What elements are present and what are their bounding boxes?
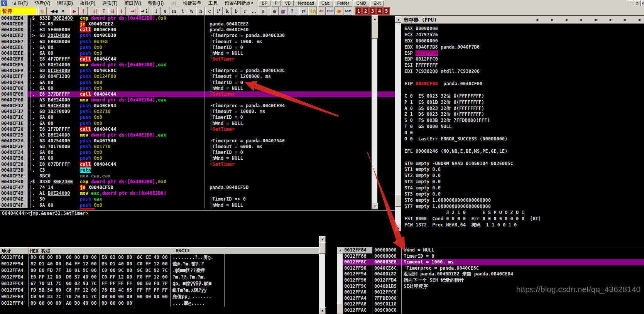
menu-item-9[interactable]: 工具 [205, 0, 221, 7]
disasm-row[interactable]: 0040CF2A│.68 40754000push 0x407540┌Timer… [0, 138, 396, 144]
disassembly-scrollbar[interactable]: ▲ ▼ [372, 15, 377, 209]
plugin-hbp-icon[interactable]: HBP [326, 7, 335, 15]
disasm-row[interactable]: 0040CEEC│.6A 00push 0x0│TimerID = 0 [0, 45, 396, 51]
disasm-row[interactable]: 0040CEE2│>68 30CD4000push 0x40CD30┌Timer… [0, 33, 396, 39]
stack-row[interactable]: 0012FFA8009C0110 [343, 301, 644, 307]
menu-button-vb[interactable]: VB [282, 0, 294, 7]
disasm-row[interactable]: 0040CED4┌$833D B0E2400cmp dword ptr ds:[… [0, 15, 396, 21]
disasm-row[interactable]: 0040CEDD│.E8 5E000000call 0040CF40panda.… [0, 27, 396, 33]
menu-item-4[interactable]: 选项(T) [99, 0, 120, 7]
chevron-left-icon[interactable]: < [580, 17, 583, 23]
scroll-up-icon[interactable]: ▲ [395, 16, 402, 23]
disasm-row[interactable]: 0040CEDB│.74 05je X0040CEE2panda.0040CEE… [0, 21, 396, 27]
pane-run-trace-button[interactable]: ... [250, 7, 258, 15]
menu-item-6[interactable]: 帮助(H) [145, 0, 167, 7]
stack-row[interactable]: 0012FF8400000000hWnd = NULL [343, 247, 644, 253]
pane-breakpoints-button[interactable]: b [232, 7, 240, 15]
stack-scrollbar[interactable]: ▲ [337, 247, 343, 314]
dump-row[interactable]: 0012FFE4C0 9A 83 7C70 70 81 7C00 00 00 0… [0, 294, 325, 300]
scroll-up-icon[interactable]: ▲ [372, 15, 378, 22]
pane-executables-button[interactable]: e [161, 7, 169, 15]
shortcut-5-button[interactable]: 5 [383, 7, 390, 15]
stack-row[interactable]: 0012FF8800000000TimerID = 0 [343, 253, 644, 260]
registers-scrollbar[interactable]: ▲ ▼ [395, 16, 401, 231]
menu-button-p[interactable]: P [272, 0, 281, 7]
disasm-row[interactable]: 0040CF17│.68 10270000push 0x2710│Timeout… [0, 109, 396, 115]
chevron-left-icon[interactable]: < [609, 17, 612, 23]
shortcut-1-button[interactable]: 1 [355, 7, 362, 15]
menu-item-2[interactable]: 调试(D) [54, 0, 76, 7]
dump-pane[interactable]: 地址HEX 数据ASCII 0012FF8400 00 00 0000 00 0… [0, 231, 325, 314]
pane-callstack-button[interactable]: k [223, 7, 232, 15]
plugin-sort-icon[interactable]: ⇅A [308, 7, 317, 15]
scroll-up-icon[interactable]: ▲ [337, 247, 343, 253]
shortcut-2-button[interactable]: 2 [362, 7, 369, 15]
plugin-arrows-icon[interactable]: ⇄ [299, 7, 308, 15]
chevron-left-icon[interactable]: < [565, 17, 568, 23]
stack-row[interactable]: 0012FF900040CE8C└Timerproc = panda.0040C… [343, 265, 644, 272]
scroll-up-icon[interactable]: ▲ [319, 236, 326, 243]
disasm-row[interactable]: 0040CF1E│.6A 00push 0x0│hWnd = NULL [0, 121, 396, 127]
disasm-row[interactable]: 0040CF12│.68 94CE4000push 0x40CE94┌Timer… [0, 103, 396, 109]
breakpoint-list-icon[interactable]: ≡ [270, 7, 279, 15]
dump-row[interactable]: 0012FFB4E0 FF 12 00D8 37 40 00C0 FF 12 0… [0, 274, 325, 280]
restore-button[interactable]: □ [634, 0, 641, 6]
menu-button-bp[interactable]: BP [259, 0, 270, 7]
menu-item-1[interactable]: 查看(V) [32, 0, 53, 7]
close-program-button[interactable]: × [59, 7, 67, 15]
menu-button-cmd[interactable]: CMD [353, 0, 369, 7]
disasm-row[interactable]: 0040CF3E8BC0mov eax,eax [0, 173, 396, 179]
menu-item-3[interactable]: 插件(P) [77, 0, 98, 7]
disasm-row[interactable]: 0040CEFA│.68 8CCE4000push 0x40CE8C┌Timer… [0, 68, 396, 74]
disasm-row[interactable]: 0040CF25│.A3 B8E24000mov dword ptr ds:[0… [0, 132, 396, 138]
windows-list-icon[interactable]: ▦ [279, 7, 287, 15]
chevron-left-icons[interactable]: <<<<<<<< [536, 17, 641, 23]
chevron-left-icon[interactable]: < [638, 17, 641, 23]
disasm-row[interactable]: 0040CF49│.A1 B0E24000mov eax,dword ptr d… [0, 191, 396, 196]
disasm-row[interactable]: 0040CF40┌$833D B0E2400cmp dword ptr ds:[… [0, 179, 396, 185]
menu-item-10[interactable]: 设置API断点> [221, 0, 256, 7]
dump-row[interactable]: 0012FF9482 D1 40 00B4 FF 12 00B5 D1 40 0… [0, 261, 325, 267]
pane-cpu-button[interactable]: c [205, 7, 214, 15]
shortcut-4-button[interactable]: 4 [376, 7, 383, 15]
pane-source-button[interactable]: s [259, 7, 267, 15]
disasm-row[interactable]: 0040CF4F│.6A 00push 0x0│hWnd = NULL [0, 203, 396, 208]
scroll-thumb[interactable] [372, 22, 378, 39]
scroll-thumb[interactable] [337, 304, 343, 314]
pane-log-button[interactable]: l [152, 7, 161, 15]
stack-row[interactable]: 0012FFA47FFDE000 [343, 295, 644, 302]
disasm-row[interactable]: 0040CF36│.6A 00push 0x0│hWnd = NULL [0, 155, 396, 161]
menu-item-5[interactable]: 窗口(W) [121, 0, 144, 7]
disasm-row[interactable]: 0040CF47│.74 14je X0040CF5Dpanda.0040CF5… [0, 185, 396, 191]
pane-patches-button[interactable]: P [214, 7, 223, 15]
disasm-row[interactable]: 0040CEE7│.68 E8030000push 0x3E8│Timeout … [0, 39, 396, 45]
menu-item-8[interactable]: 快捷菜单 [180, 0, 205, 7]
help-button[interactable]: ? [288, 7, 296, 15]
pane-handles-button[interactable]: h [196, 7, 205, 15]
stack-row[interactable]: 0012FF8C000003E8Timeout = 1000. ms [343, 259, 644, 265]
pane-threads-button[interactable]: t [179, 7, 187, 15]
stack-row[interactable]: 0012FFAC009C00C0 [343, 307, 644, 314]
menu-button-folder[interactable]: Folder [334, 0, 352, 7]
disasm-row[interactable]: 0040CEEE│.6A 00push 0x0│hWnd = NULL [0, 51, 396, 56]
disasm-row[interactable]: 0040CEF0│.E8 4F7DFFFFcall 00404C44└SetTi… [0, 56, 396, 62]
pane-memory-button[interactable]: m [170, 7, 178, 15]
disasm-row[interactable]: 0040CF20│.E8 1F7DFFFFcall 00404C44└SetTi… [0, 127, 396, 132]
pause-button[interactable]: ‖ [79, 7, 88, 15]
dump-row[interactable]: 0012FFF400 00 00 00A0 D0 40 0000 00 00 0… [0, 300, 325, 307]
plugin-ab-icon[interactable]: AB [317, 7, 326, 15]
dump-row[interactable]: 0012FFC467 70 81 7C08 02 93 7CFF FF FF F… [0, 280, 325, 287]
chevron-left-icon[interactable]: < [550, 17, 553, 23]
scroll-down-icon[interactable]: ▼ [319, 307, 326, 314]
step-into-button[interactable]: ↓| [91, 7, 99, 15]
menu-item-0[interactable]: 文件(F) [10, 0, 31, 7]
disasm-row[interactable]: 0040CEF5│.A3 B0E24000mov dword ptr ds:[0… [0, 62, 396, 68]
scroll-thumb[interactable] [395, 194, 402, 207]
menu-button-exit[interactable]: Exit [370, 0, 384, 7]
shortcut-3-button[interactable]: 3 [369, 7, 376, 15]
scroll-down-icon[interactable]: ▼ [395, 225, 402, 231]
trace-over-button[interactable]: ⇓ [117, 7, 126, 15]
execute-till-return-button[interactable]: →| [129, 7, 137, 15]
disasm-row[interactable]: 0040CF34│.6A 00push 0x0│TimerID = 0 [0, 150, 396, 155]
disasm-row[interactable]: 0040CF08│.E8 377DFFFFcall 00404C44└SetTi… [0, 91, 396, 97]
